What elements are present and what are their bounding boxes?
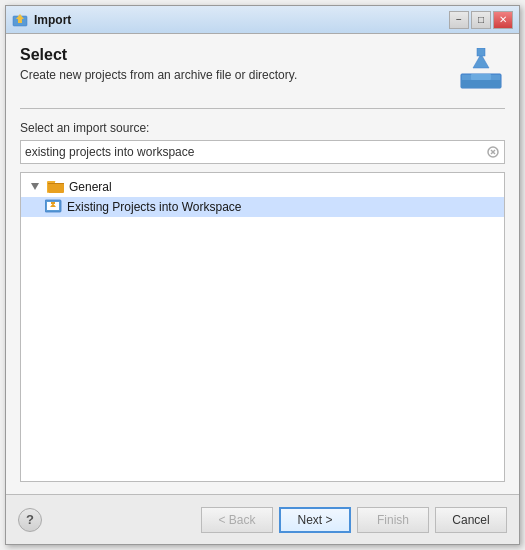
project-icon (45, 199, 63, 215)
tree-item-existing-projects-label: Existing Projects into Workspace (67, 200, 242, 214)
maximize-button[interactable]: □ (471, 11, 491, 29)
window-title: Import (34, 13, 71, 27)
window-icon (12, 12, 28, 28)
title-bar-left: Import (12, 12, 71, 28)
header-section: Select Create new projects from an archi… (20, 46, 505, 94)
svg-rect-15 (51, 202, 55, 204)
title-buttons: − □ ✕ (449, 11, 513, 29)
svg-rect-5 (471, 74, 491, 80)
title-bar: Import − □ ✕ (6, 6, 519, 34)
search-clear-button[interactable] (483, 142, 503, 162)
svg-rect-2 (18, 19, 22, 23)
header-text: Select Create new projects from an archi… (20, 46, 457, 82)
content-area: Select Create new projects from an archi… (6, 34, 519, 494)
page-title: Select (20, 46, 457, 64)
tree-item-existing-projects[interactable]: Existing Projects into Workspace (21, 197, 504, 217)
next-button[interactable]: Next > (279, 507, 351, 533)
search-container (20, 140, 505, 164)
header-icon-area (457, 46, 505, 94)
tree-item-general[interactable]: General (21, 177, 504, 197)
close-button[interactable]: ✕ (493, 11, 513, 29)
cancel-button[interactable]: Cancel (435, 507, 507, 533)
bottom-bar: ? < Back Next > Finish Cancel (6, 494, 519, 544)
source-label: Select an import source: (20, 121, 505, 135)
help-button[interactable]: ? (18, 508, 42, 532)
svg-rect-4 (461, 80, 501, 88)
finish-button[interactable]: Finish (357, 507, 429, 533)
page-description: Create new projects from an archive file… (20, 68, 457, 82)
svg-rect-7 (477, 48, 485, 56)
import-dialog: Import − □ ✕ Select Create new projects … (5, 5, 520, 545)
import-icon (457, 48, 505, 92)
svg-marker-11 (31, 183, 39, 190)
minimize-button[interactable]: − (449, 11, 469, 29)
folder-icon (47, 179, 65, 195)
expand-arrow-icon (27, 180, 43, 194)
header-divider (20, 108, 505, 109)
tree-view[interactable]: General Existing Projects into Workspace (20, 172, 505, 482)
back-button[interactable]: < Back (201, 507, 273, 533)
tree-item-general-label: General (69, 180, 112, 194)
search-input[interactable] (20, 140, 505, 164)
